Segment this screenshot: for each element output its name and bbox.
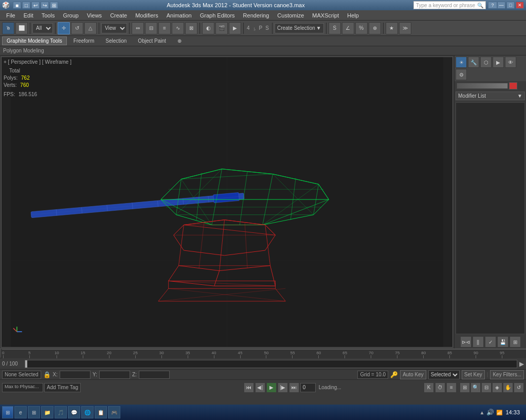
tab-object-paint[interactable]: Object Paint — [133, 36, 170, 45]
key-filters-btn[interactable]: Key Filters... — [490, 370, 524, 379]
layer-btn[interactable]: ≡ — [158, 22, 171, 34]
auto-key-dropdown[interactable]: Selected — [428, 370, 460, 379]
rpanel-tab-motion[interactable]: ▶ — [493, 57, 504, 68]
taskbar-app-6[interactable]: 🌐 — [81, 406, 94, 418]
taskbar-app-1[interactable]: e — [14, 406, 27, 418]
menu-views[interactable]: Views — [83, 11, 106, 20]
maximize-button[interactable]: □ — [506, 2, 515, 9]
menu-modifiers[interactable]: Modifiers — [131, 11, 162, 20]
help-btn[interactable]: ? — [488, 2, 497, 9]
field-of-view-btn[interactable]: ◈ — [492, 382, 502, 393]
rpanel-tab-hierarchy[interactable]: ⬡ — [480, 57, 492, 68]
taskbar-app-7[interactable]: 📋 — [95, 406, 107, 418]
maximize-viewport-btn[interactable]: ⊞ — [460, 382, 470, 393]
current-frame-field[interactable]: 0 — [300, 383, 316, 392]
toolbar-icon-1[interactable]: ■ — [13, 2, 21, 9]
menu-graph-editors[interactable]: Graph Editors — [196, 11, 239, 20]
search-icon[interactable]: 🔍 — [477, 3, 483, 8]
modifier-list-label[interactable]: Modifier List ▼ — [456, 92, 525, 100]
auto-key-btn[interactable]: Auto Key — [400, 370, 426, 379]
select-region-btn[interactable]: ⬜ — [15, 22, 28, 34]
menu-tools[interactable]: Tools — [38, 11, 59, 20]
viewport[interactable]: + [ Perspective ] [ Wireframe ] Total Po… — [1, 57, 453, 348]
render-btn[interactable]: ▶ — [229, 22, 241, 34]
tray-arrow[interactable]: ▲ — [480, 410, 485, 415]
menu-rendering[interactable]: Rendering — [239, 11, 274, 20]
menu-customize[interactable]: Customize — [273, 11, 308, 20]
go-start-btn[interactable]: ⏮ — [244, 382, 254, 393]
named-selection-btn[interactable]: ★ — [386, 22, 398, 34]
add-time-tag-btn[interactable]: Add Time Tag — [44, 383, 81, 392]
rpanel-btn-1[interactable]: ⊳⊲ — [460, 336, 471, 348]
volume-icon[interactable]: 🔊 — [486, 409, 494, 416]
rpanel-btn-2[interactable]: || — [473, 336, 484, 348]
snap-2d-btn[interactable]: S — [329, 22, 341, 34]
create-selection-btn[interactable]: Create Selection ▼ — [275, 23, 324, 33]
redo-icon[interactable]: ↪ — [41, 2, 49, 9]
rpanel-tab-utilities[interactable]: ⚙ — [456, 69, 467, 80]
start-button[interactable]: ⊞ — [2, 406, 13, 418]
curve-editor-btn[interactable]: ∿ — [172, 22, 184, 34]
render-setup-btn[interactable]: 🎬 — [215, 22, 228, 34]
zoom-btn[interactable]: 🔍 — [470, 382, 481, 393]
time-slider[interactable] — [25, 360, 517, 368]
mirror-btn[interactable]: ⇔ — [132, 22, 144, 34]
zoom-all-btn[interactable]: ⊟ — [481, 382, 492, 393]
rpanel-tab-display[interactable]: ☀ — [456, 57, 467, 68]
tab-freeform[interactable]: Freeform — [69, 36, 99, 45]
tab-add[interactable]: ⊕ — [173, 36, 186, 45]
undo-icon[interactable]: ↩ — [31, 2, 40, 9]
select-scale-btn[interactable]: △ — [84, 22, 97, 34]
menu-animation[interactable]: Animation — [162, 11, 196, 20]
minimize-button[interactable]: — — [497, 2, 505, 9]
more-tools-btn[interactable]: ≫ — [399, 22, 411, 34]
rpanel-tab-display2[interactable]: 👁 — [505, 57, 516, 68]
set-key-btn[interactable]: Set Key — [462, 370, 485, 379]
prev-frame-btn[interactable]: ◀| — [255, 382, 265, 393]
taskbar-app-5[interactable]: 💬 — [68, 406, 80, 418]
rpanel-btn-3[interactable]: ✓ — [485, 336, 496, 348]
menu-maxscript[interactable]: MAXScript — [308, 11, 343, 20]
snap-angle-btn[interactable]: ∠ — [342, 22, 354, 34]
toolbar-icon-2[interactable]: □ — [22, 2, 30, 9]
rpanel-btn-4[interactable]: 💾 — [497, 336, 509, 348]
material-editor-btn[interactable]: ◐ — [202, 22, 214, 34]
orbit-btn[interactable]: ↺ — [514, 382, 524, 393]
x-field[interactable] — [60, 371, 90, 379]
snap-percent-btn[interactable]: % — [355, 22, 368, 34]
close-button[interactable]: ✕ — [516, 2, 524, 9]
taskbar-app-2[interactable]: ⊞ — [28, 406, 40, 418]
menu-create[interactable]: Create — [106, 11, 131, 20]
snap-spinner-btn[interactable]: ⊕ — [369, 22, 381, 34]
select-move-btn[interactable]: ✛ — [58, 22, 70, 34]
taskbar-app-8[interactable]: 🎮 — [108, 406, 120, 418]
schematic-view-btn[interactable]: ⊠ — [185, 22, 197, 34]
menu-edit[interactable]: Edit — [20, 11, 38, 20]
align-btn[interactable]: ⊟ — [145, 22, 157, 34]
menu-file[interactable]: File — [2, 11, 20, 20]
taskbar-app-4[interactable]: 🎵 — [55, 406, 67, 418]
select-rotate-btn[interactable]: ↺ — [71, 22, 83, 34]
taskbar-app-3[interactable]: 📁 — [41, 406, 53, 418]
y-field[interactable] — [99, 371, 130, 379]
lock-btn[interactable]: 🔒 — [43, 371, 51, 378]
reference-coord-dropdown[interactable]: View — [101, 23, 127, 33]
rpanel-tab-modify[interactable]: 🔧 — [468, 57, 479, 68]
go-end-btn[interactable]: ⏭ — [289, 382, 299, 393]
pan-btn[interactable]: ✋ — [503, 382, 513, 393]
search-box[interactable]: Type a keyword or phrase 🔍 — [413, 1, 486, 9]
grid-icon[interactable]: ⊞ — [50, 2, 58, 9]
tab-graphite-modeling-tools[interactable]: Graphite Modeling Tools — [2, 36, 67, 45]
next-frame-btn[interactable]: |▶ — [278, 382, 288, 393]
z-field[interactable] — [139, 371, 170, 379]
menu-group[interactable]: Group — [59, 11, 83, 20]
network-icon[interactable]: 📶 — [496, 410, 502, 415]
key-mode-btn[interactable]: K — [424, 382, 434, 393]
menu-help[interactable]: Help — [343, 11, 363, 20]
anim-extras-btn[interactable]: ≡ — [446, 382, 457, 393]
select-object-btn[interactable]: 🖱 — [2, 22, 14, 34]
filter-dropdown[interactable]: All — [32, 23, 53, 33]
tab-selection[interactable]: Selection — [101, 36, 131, 45]
play-btn[interactable]: ▶ — [266, 382, 277, 393]
color-swatch[interactable] — [509, 82, 517, 89]
